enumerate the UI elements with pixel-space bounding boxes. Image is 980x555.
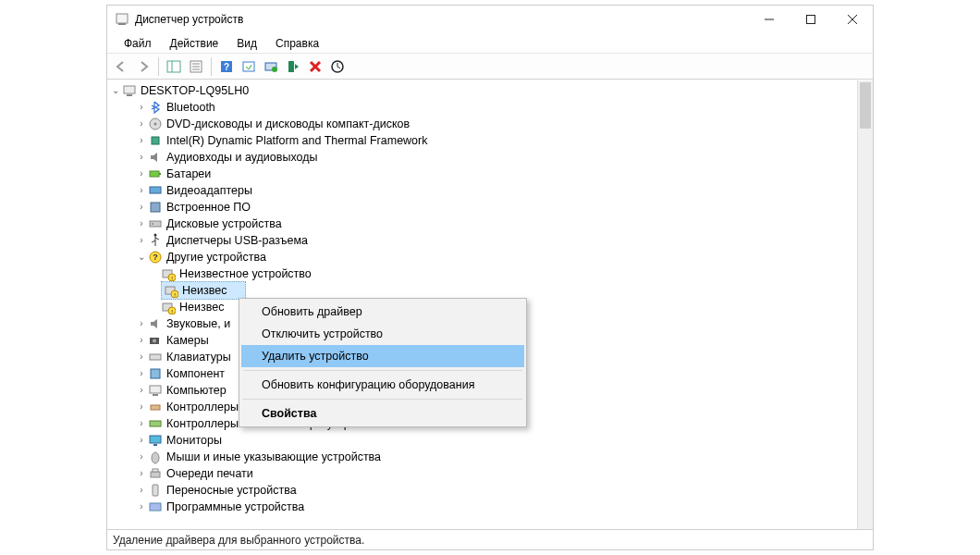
svg-point-54 (152, 452, 159, 463)
disable-button[interactable] (283, 56, 303, 77)
chevron-right-icon[interactable]: › (135, 116, 148, 132)
tree-item[interactable]: ›Мониторы (109, 432, 856, 449)
nav-back-button[interactable] (111, 56, 131, 77)
tree-item[interactable]: ›Intel(R) Dynamic Platform and Thermal F… (109, 132, 856, 149)
svg-text:?: ? (153, 253, 158, 262)
svg-rect-49 (153, 394, 158, 396)
chevron-right-icon[interactable]: › (135, 216, 148, 232)
svg-rect-1 (118, 23, 126, 25)
toolbar: ? (107, 54, 873, 80)
tree-item[interactable]: ›Bluetooth (109, 99, 856, 116)
svg-rect-25 (152, 137, 159, 144)
tree-item-unknown-device[interactable]: !Неизвестное устройство (109, 265, 856, 282)
svg-rect-58 (150, 503, 161, 511)
svg-point-45 (153, 339, 156, 343)
status-text: Удаление драйвера для выбранного устройс… (113, 534, 364, 547)
scan-button[interactable] (239, 56, 259, 77)
menu-file[interactable]: Файл (115, 35, 161, 52)
app-icon (115, 12, 129, 27)
ctx-update-driver[interactable]: Обновить драйвер (241, 301, 524, 323)
maximize-button[interactable] (790, 6, 831, 33)
svg-rect-26 (150, 171, 159, 177)
svg-rect-22 (127, 94, 132, 96)
ctx-uninstall-device[interactable]: Удалить устройство (241, 345, 524, 367)
show-hide-tree-button[interactable] (164, 56, 184, 77)
chevron-right-icon[interactable]: › (135, 315, 148, 332)
chip-icon (148, 133, 163, 148)
unknown-device-icon: ! (161, 300, 176, 314)
tree-item[interactable]: ›Очереди печати (109, 465, 856, 482)
chevron-right-icon[interactable]: › (135, 99, 148, 116)
camera-icon (148, 333, 163, 348)
chevron-right-icon[interactable]: › (135, 332, 148, 349)
svg-rect-51 (150, 421, 161, 426)
chevron-right-icon[interactable]: › (135, 349, 148, 365)
menu-view[interactable]: Вид (227, 35, 266, 52)
separator (243, 370, 522, 371)
menu-action[interactable]: Действие (161, 35, 228, 52)
chevron-right-icon[interactable]: › (135, 499, 148, 515)
tree-item[interactable]: ›Диспетчеры USB-разъема (109, 232, 856, 249)
chevron-right-icon[interactable]: › (135, 182, 148, 199)
tree-root-label: DESKTOP-LQ95LH0 (141, 82, 249, 99)
chevron-right-icon[interactable]: › (135, 432, 148, 449)
disk-icon (148, 216, 163, 231)
chevron-right-icon[interactable]: › (135, 482, 148, 499)
ctx-rescan[interactable]: Обновить конфигурацию оборудования (241, 374, 524, 396)
menu-help[interactable]: Справка (266, 35, 328, 52)
window-controls (748, 6, 873, 33)
tree-item[interactable]: ›Дисковые устройства (109, 216, 856, 232)
tree-item[interactable]: ›Видеоадаптеры (109, 182, 856, 199)
chevron-down-icon[interactable]: ⌄ (135, 249, 148, 265)
firmware-icon (148, 200, 163, 215)
tree-item[interactable]: ›Мыши и иные указывающие устройства (109, 449, 856, 465)
svg-text:?: ? (224, 62, 229, 72)
update-driver-button[interactable] (261, 56, 281, 77)
uninstall-button[interactable] (305, 56, 325, 77)
chevron-right-icon[interactable]: › (135, 365, 148, 382)
properties-button[interactable] (186, 56, 206, 77)
battery-icon (148, 166, 163, 181)
chevron-right-icon[interactable]: › (135, 199, 148, 216)
tree-item-other-devices[interactable]: ⌄?Другие устройства (109, 249, 856, 265)
chevron-right-icon[interactable]: › (135, 449, 148, 465)
scan-hardware-button[interactable] (327, 56, 348, 77)
tree-item[interactable]: ›Батареи (109, 166, 856, 182)
chevron-right-icon[interactable]: › (135, 232, 148, 249)
tree-item[interactable]: ›DVD-дисководы и дисководы компакт-диско… (109, 116, 856, 132)
expander-icon[interactable]: ⌄ (109, 82, 122, 99)
menubar: Файл Действие Вид Справка (107, 33, 873, 54)
help-button[interactable]: ? (216, 56, 237, 77)
portable-icon (148, 483, 163, 498)
chevron-right-icon[interactable]: › (135, 382, 148, 399)
chevron-right-icon[interactable]: › (135, 399, 148, 415)
tree-item[interactable]: ›Встроенное ПО (109, 199, 856, 216)
chevron-right-icon[interactable]: › (135, 415, 148, 432)
tree-item[interactable]: ›Аудиовходы и аудиовыходы (109, 149, 856, 166)
chevron-right-icon[interactable]: › (135, 149, 148, 166)
close-button[interactable] (831, 6, 873, 33)
tree-item[interactable]: ›Переносные устройства (109, 482, 856, 499)
svg-rect-21 (124, 86, 135, 93)
sound-icon (148, 316, 163, 331)
monitor-icon (148, 433, 163, 448)
svg-point-16 (272, 67, 277, 72)
minimize-button[interactable] (748, 6, 790, 33)
vertical-scrollbar[interactable] (857, 80, 873, 529)
software-icon (148, 500, 163, 514)
usb-icon (148, 233, 163, 248)
scrollbar-thumb[interactable] (860, 82, 871, 129)
ctx-disable-device[interactable]: Отключить устройство (241, 323, 524, 345)
tree-item-unknown-device-selected[interactable]: !Неизвес (109, 282, 856, 299)
nav-forward-button[interactable] (133, 56, 153, 77)
controller-icon (148, 400, 163, 414)
tree-item[interactable]: ›Программные устройства (109, 499, 856, 515)
chevron-right-icon[interactable]: › (135, 132, 148, 149)
unknown-device-icon: ! (164, 283, 178, 298)
chevron-right-icon[interactable]: › (135, 166, 148, 182)
chevron-right-icon[interactable]: › (135, 465, 148, 482)
svg-rect-47 (151, 369, 160, 378)
tree-root[interactable]: ⌄ DESKTOP-LQ95LH0 (109, 82, 856, 99)
ctx-properties[interactable]: Свойства (241, 402, 524, 425)
unknown-category-icon: ? (148, 250, 163, 265)
